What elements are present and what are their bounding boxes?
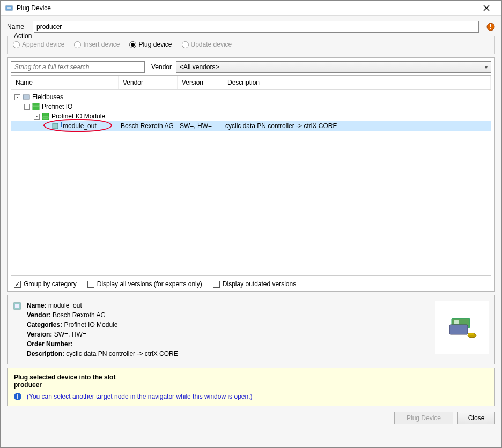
name-label: Name: [7, 23, 27, 31]
check-label: Display outdated versions: [223, 280, 296, 288]
detail-version-label: Version:: [27, 331, 52, 338]
hint-info-text: (You can select another target node in t…: [27, 393, 252, 400]
tree-cell-desc: cyclic data PN controller -> ctrlX CORE: [223, 122, 491, 130]
dialog-window: Plug Device Name Action Append deviceIns…: [0, 0, 502, 448]
tree-node-name: Fieldbuses: [32, 93, 63, 101]
close-dialog-button[interactable]: Close: [457, 412, 495, 424]
tree-row[interactable]: -Fieldbuses: [11, 92, 491, 102]
module-icon: [51, 122, 60, 130]
tree-node-name: Profinet IO: [42, 103, 72, 110]
display-outdated-check[interactable]: Display outdated versions: [213, 280, 296, 288]
detail-categories-label: Categories:: [27, 321, 62, 328]
action-radio-option: Update device: [182, 41, 232, 48]
vendor-select-value: <All vendors>: [180, 63, 219, 71]
col-vendor[interactable]: Vendor: [119, 76, 178, 89]
grid-header: Name Vendor Version Description: [11, 76, 491, 90]
detail-name-label: Name:: [27, 302, 47, 309]
radio-icon: [129, 41, 136, 48]
detail-version: SW=, HW=: [54, 331, 86, 338]
svg-rect-9: [33, 103, 39, 105]
button-row: Plug Device Close: [7, 409, 495, 424]
tree-body[interactable]: -Fieldbuses-Profinet IO-Profinet IO Modu…: [11, 90, 491, 273]
profinet-icon: [41, 112, 50, 121]
svg-rect-19: [449, 325, 468, 334]
tree-cell-version: SW=, HW=: [178, 122, 223, 130]
button-label: Close: [468, 414, 485, 422]
hint-info-row: i (You can select another target node in…: [14, 393, 488, 400]
action-radio-option: Insert device: [74, 41, 120, 48]
radio-label: Update device: [191, 41, 232, 48]
tree-row[interactable]: -Profinet IO Module: [11, 111, 491, 121]
hint-panel: Plug selected device into the slot produ…: [7, 368, 495, 406]
collapse-icon[interactable]: -: [24, 104, 30, 110]
button-label: Plug Device: [407, 414, 441, 422]
search-input[interactable]: [11, 61, 145, 73]
window-title: Plug Device: [17, 4, 476, 12]
device-icon: [13, 302, 21, 310]
radio-icon: [13, 41, 20, 48]
radio-label: Plug device: [138, 41, 172, 48]
hint-line1: Plug selected device into the slot: [14, 374, 488, 381]
collapse-icon[interactable]: -: [34, 114, 40, 120]
search-row: Vendor <All vendors> ▾: [11, 61, 491, 73]
col-desc[interactable]: Description: [223, 76, 491, 89]
hint-line2: producer: [14, 381, 488, 389]
detail-text: Name: module_out Vendor: Bosch Rexroth A…: [27, 301, 430, 359]
check-label: Display all versions (for experts only): [97, 280, 202, 288]
folder-icon: [22, 93, 31, 101]
app-icon: [5, 4, 13, 12]
titlebar: Plug Device: [1, 1, 501, 16]
svg-rect-5: [490, 24, 491, 27]
options-row: Group by category Display all versions (…: [11, 275, 491, 288]
svg-rect-1: [7, 7, 11, 9]
svg-rect-6: [490, 28, 491, 29]
action-group: Action Append deviceInsert devicePlug de…: [7, 36, 495, 54]
close-button[interactable]: [476, 1, 497, 16]
detail-vendor-label: Vendor:: [27, 311, 51, 319]
tree-cell-name: -Profinet IO: [11, 102, 119, 111]
profinet-icon: [32, 102, 40, 111]
svg-rect-12: [42, 113, 49, 115]
tree-cell-name: -Profinet IO Module: [11, 112, 119, 121]
radio-icon: [182, 41, 189, 48]
svg-rect-21: [468, 333, 474, 335]
svg-rect-14: [53, 123, 58, 129]
device-grid: Name Vendor Version Description -Fieldbu…: [11, 75, 491, 273]
col-version[interactable]: Version: [178, 76, 223, 89]
name-row: Name: [7, 21, 495, 33]
tree-row[interactable]: module_outBosch Rexroth AGSW=, HW=cyclic…: [11, 121, 491, 131]
info-icon: i: [14, 393, 21, 400]
action-radio-option[interactable]: Plug device: [129, 41, 172, 48]
group-by-category-check[interactable]: Group by category: [14, 280, 77, 288]
action-legend: Action: [12, 32, 34, 40]
vendor-select[interactable]: <All vendors> ▾: [176, 61, 491, 73]
svg-rect-18: [454, 320, 459, 324]
radio-icon: [74, 41, 81, 48]
svg-rect-8: [33, 106, 39, 108]
name-input[interactable]: [33, 21, 479, 33]
tree-cell-name: -Fieldbuses: [11, 93, 119, 101]
svg-rect-16: [15, 304, 19, 308]
checkbox-icon: [14, 281, 21, 288]
radio-label: Insert device: [83, 41, 120, 48]
display-all-versions-check[interactable]: Display all versions (for experts only): [87, 280, 202, 288]
plug-device-button[interactable]: Plug Device: [394, 412, 453, 424]
check-label: Group by category: [24, 280, 77, 288]
detail-name: module_out: [48, 302, 82, 309]
checkbox-icon: [213, 281, 220, 288]
collapse-icon[interactable]: -: [14, 94, 20, 100]
action-radio-option: Append device: [13, 41, 64, 48]
detail-panel: Name: module_out Vendor: Bosch Rexroth A…: [7, 295, 495, 364]
svg-rect-11: [42, 115, 49, 117]
detail-desc: cyclic data PN controller -> ctrlX CORE: [66, 350, 178, 357]
col-name[interactable]: Name: [11, 76, 119, 89]
svg-rect-7: [23, 95, 29, 99]
device-panel: Vendor <All vendors> ▾ Name Vendor Versi…: [7, 57, 495, 292]
content-area: Name Action Append deviceInsert devicePl…: [1, 16, 501, 447]
tree-row[interactable]: -Profinet IO: [11, 102, 491, 111]
tree-cell-name: module_out: [11, 122, 119, 130]
tree-node-name: module_out: [61, 122, 98, 130]
detail-order-label: Order Number:: [27, 340, 72, 348]
detail-vendor: Bosch Rexroth AG: [53, 311, 106, 319]
detail-categories: Profinet IO Module: [64, 321, 117, 328]
